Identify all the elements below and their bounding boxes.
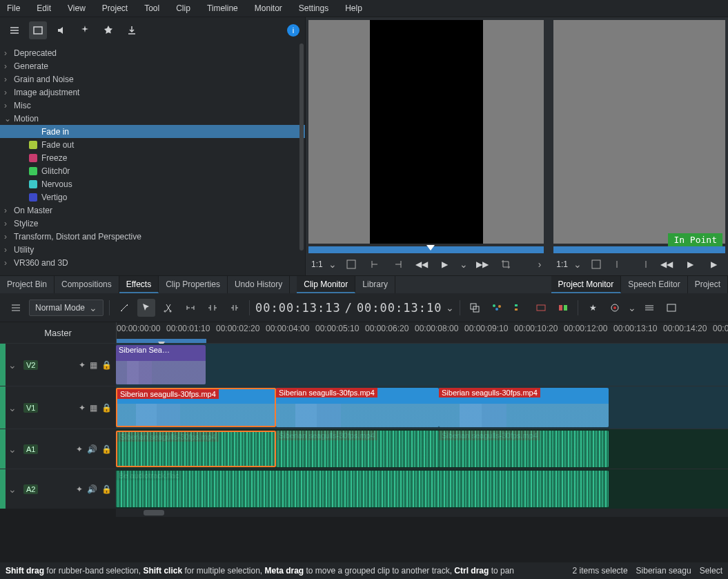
spacer-icon[interactable] <box>181 299 199 317</box>
tree-group[interactable]: ›Utility <box>0 243 305 256</box>
lock-icon[interactable]: 🔒 <box>101 403 112 413</box>
play-icon[interactable]: ▶ <box>436 255 454 273</box>
track-lane[interactable]: Siberian seagulls-30fps.mp4Siberian seag… <box>116 386 728 429</box>
clip[interactable]: Siberian seagulls-30fps.mp4 <box>439 431 609 467</box>
clip[interactable]: Siberian Sea… <box>116 345 206 384</box>
in-point-icon[interactable] <box>611 255 629 273</box>
film-icon[interactable]: ▦ <box>90 360 97 370</box>
expand-icon[interactable]: ⌄ <box>8 402 17 413</box>
clip[interactable]: Siberian seagulls-30fps.mp4 <box>276 431 439 467</box>
tab-project-monitor[interactable]: Project Monitor <box>551 276 622 293</box>
menu-settings[interactable]: Settings <box>299 3 328 13</box>
track-lane[interactable]: Siberian Sea… <box>116 344 728 386</box>
effects-scrollbar[interactable] <box>299 43 304 251</box>
crop-icon[interactable] <box>497 255 515 273</box>
clip[interactable]: Be audiotrack.flac <box>116 471 609 507</box>
settings-icon[interactable] <box>7 299 25 317</box>
out-point-icon[interactable] <box>389 255 407 273</box>
record-icon[interactable] <box>606 299 624 317</box>
star-icon[interactable] <box>99 21 117 39</box>
clip[interactable]: Siberian seagulls-30fps.mp4 <box>116 431 276 467</box>
timeline-ruler[interactable]: 00:00:00:0000:00:01:1000:00:02:2000:00:0… <box>116 322 728 343</box>
color-icon[interactable] <box>554 299 572 317</box>
favorite-icon[interactable]: ★ <box>584 299 602 317</box>
tags-icon[interactable] <box>510 299 528 317</box>
menu-timeline[interactable]: Timeline <box>207 3 238 13</box>
sparkle-icon[interactable] <box>76 21 94 39</box>
tree-item[interactable]: Nervous <box>0 177 305 190</box>
subtitle-icon[interactable] <box>532 299 550 317</box>
effects-tree[interactable]: ›Deprecated›Generate›Grain and Noise›Ima… <box>0 43 305 275</box>
ripple-out-icon[interactable] <box>226 299 244 317</box>
tab-effects[interactable]: Effects <box>119 276 159 293</box>
edit-mode-select[interactable]: Normal Mode⌄ <box>29 300 104 316</box>
wand-icon[interactable]: ✦ <box>76 444 83 454</box>
tab-speech-editor[interactable]: Speech Editor <box>621 276 687 293</box>
tree-group[interactable]: ›Misc <box>0 99 305 112</box>
tree-item[interactable]: Glitch0r <box>0 164 305 177</box>
tab-undo-history[interactable]: Undo History <box>228 276 290 293</box>
master-label[interactable]: Master <box>0 328 116 338</box>
timecode-current[interactable]: 00:00:13:13 <box>255 301 341 315</box>
chevron-down-icon[interactable]: ⌄ <box>628 302 636 313</box>
grid-icon[interactable] <box>587 255 605 273</box>
forward-icon[interactable]: ▶▶ <box>473 255 491 273</box>
track-lane[interactable]: Be audiotrack.flac <box>116 469 728 509</box>
lock-icon[interactable]: 🔒 <box>101 484 112 494</box>
select-tool-icon[interactable] <box>137 299 155 317</box>
grid-icon[interactable] <box>342 255 360 273</box>
tab-compositions[interactable]: Compositions <box>55 276 119 293</box>
lock-icon[interactable]: 🔒 <box>101 444 112 454</box>
wand-icon[interactable]: ✦ <box>79 403 86 413</box>
track-header[interactable]: ⌄V1✦▦🔒 <box>0 386 116 429</box>
hamburger-icon[interactable] <box>6 21 23 39</box>
project-monitor-timeline[interactable] <box>553 246 725 253</box>
lock-icon[interactable]: 🔒 <box>101 360 112 370</box>
ripple-in-icon[interactable] <box>204 299 222 317</box>
menu-monitor[interactable]: Monitor <box>255 3 282 13</box>
expand-icon[interactable]: ⌄ <box>8 484 17 495</box>
menu-file[interactable]: File <box>7 3 20 13</box>
expand-icon[interactable]: ⌄ <box>8 444 17 455</box>
menu-view[interactable]: View <box>68 3 86 13</box>
mixer-icon[interactable] <box>488 299 506 317</box>
chevron-down-icon[interactable]: ⌄ <box>328 259 337 270</box>
chevron-down-icon[interactable]: ⌄ <box>573 259 582 270</box>
effects-view-icon[interactable] <box>29 21 47 39</box>
zoom-ratio[interactable]: 1:1 <box>311 259 323 269</box>
speaker-icon[interactable]: 🔊 <box>87 444 97 454</box>
clip-monitor-viewport[interactable] <box>308 20 544 244</box>
wand-icon[interactable]: ✦ <box>76 484 83 494</box>
play-icon[interactable]: ▶ <box>681 255 699 273</box>
zoom-ratio[interactable]: 1:1 <box>556 259 568 269</box>
info-icon[interactable]: i <box>287 24 299 37</box>
tree-item[interactable]: Fade in <box>0 125 305 138</box>
menu-help[interactable]: Help <box>345 3 362 13</box>
tree-group[interactable]: ›Grain and Noise <box>0 72 305 86</box>
menu-edit[interactable]: Edit <box>37 3 51 13</box>
chevron-down-icon[interactable]: ⌄ <box>446 302 454 313</box>
rewind-icon[interactable]: ◀◀ <box>413 255 431 273</box>
track-lane[interactable]: Siberian seagulls-30fps.mp4Siberian seag… <box>116 429 728 469</box>
speaker-icon[interactable]: 🔊 <box>87 484 97 494</box>
tree-item[interactable]: Vertigo <box>0 190 305 204</box>
timeline-scrollbar[interactable] <box>116 509 728 517</box>
track-header[interactable]: ⌄V2✦▦🔒 <box>0 344 116 386</box>
tab-clip-monitor[interactable]: Clip Monitor <box>297 276 355 293</box>
tree-group[interactable]: ›VR360 and 3D <box>0 256 305 269</box>
tree-group[interactable]: ›On Master <box>0 204 305 217</box>
menu-tool[interactable]: Tool <box>144 3 159 13</box>
out-point-icon[interactable] <box>634 255 652 273</box>
tree-group[interactable]: ›Deprecated <box>0 46 305 59</box>
tab-project-notes[interactable]: Project <box>688 276 728 293</box>
tree-item[interactable]: Fade out <box>0 138 305 151</box>
tree-group[interactable]: ›Transform, Distort and Perspective <box>0 230 305 243</box>
clip[interactable]: Siberian seagulls-30fps.mp4 <box>276 388 439 427</box>
menu-project[interactable]: Project <box>102 3 128 13</box>
tree-group[interactable]: ⌄Motion <box>0 112 305 125</box>
wand-icon[interactable] <box>115 299 133 317</box>
forward-icon[interactable]: ▶ <box>705 255 722 273</box>
clip[interactable]: Siberian seagulls-30fps.mp4 <box>439 388 609 427</box>
tree-item[interactable]: Freeze <box>0 151 305 164</box>
tree-group[interactable]: ›Stylize <box>0 217 305 230</box>
